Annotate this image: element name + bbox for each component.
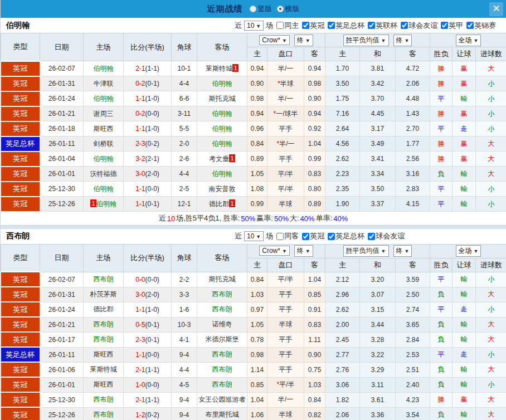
summary-segment: 40% xyxy=(333,214,348,223)
same-venue-checkbox[interactable] xyxy=(276,233,284,240)
goals-result: 大 xyxy=(476,287,506,302)
euro-away-odds: 4.72 xyxy=(396,61,430,76)
team-name-text: 伯明翰 xyxy=(212,110,232,118)
league-filter-checkbox-item[interactable]: 英冠 xyxy=(302,231,324,241)
same-venue-checkbox-item[interactable]: 同客 xyxy=(276,231,299,241)
league-filter-checkbox-item[interactable]: 英锦赛 xyxy=(466,21,496,31)
odds-time-select[interactable]: 终▼ xyxy=(294,35,313,46)
corners-cell: 4-5 xyxy=(172,377,197,392)
euro-away-odds: 2.83 xyxy=(396,182,430,197)
euro-draw-odds: 3.20 xyxy=(360,272,396,287)
radio-selected-icon[interactable] xyxy=(277,6,284,12)
horizontal-mode-option[interactable]: 横版 xyxy=(277,4,300,14)
league-filter-checkbox[interactable] xyxy=(328,233,335,240)
league-filter-checkbox-item[interactable]: 英足总杯 xyxy=(328,21,364,31)
same-venue-checkbox-item[interactable]: 同主 xyxy=(276,21,299,31)
odds-time-select[interactable]: 终▼ xyxy=(393,35,412,46)
wdl-average-select[interactable]: 胜平负均值▼ xyxy=(343,35,389,46)
league-filter-checkbox[interactable] xyxy=(368,22,375,29)
column-header: 客场 xyxy=(197,33,247,61)
bookmaker-select[interactable]: Crow*▼ xyxy=(259,246,290,256)
goals-result: 小 xyxy=(476,91,506,106)
summary-segment: 场,胜5平4负1, 胜率: xyxy=(176,213,240,223)
goals-result: 大 xyxy=(476,152,506,167)
home-team-cell: 伯明翰 xyxy=(84,152,124,167)
league-filter-checkbox[interactable] xyxy=(302,22,309,29)
league-filter-checkbox[interactable] xyxy=(328,22,335,29)
away-odds-cell: 0.85 xyxy=(304,287,325,302)
odds-time-select[interactable]: 终▼ xyxy=(393,245,412,257)
fulltime-score: 0-2 xyxy=(135,110,145,118)
period-select[interactable]: 全场▼ xyxy=(456,245,481,257)
wdl-result: 平 xyxy=(430,197,453,212)
halftime-score: (0-0) xyxy=(145,351,159,359)
period-select[interactable]: 全场▼ xyxy=(456,35,481,46)
column-subheader: 和 xyxy=(360,258,396,272)
match-date: 26-02-07 xyxy=(40,272,84,287)
goals-result: 大 xyxy=(476,61,506,76)
fulltime-score: 1-2 xyxy=(135,411,145,419)
wdl-average-select[interactable]: 胜平负均值▼ xyxy=(343,245,389,257)
column-header: 日期 xyxy=(40,33,84,61)
away-team-cell: 米德尔斯堡 xyxy=(197,332,247,347)
league-filter-checkbox[interactable] xyxy=(368,233,375,240)
league-filter-checkbox[interactable] xyxy=(466,22,474,29)
radio-unselected-icon[interactable] xyxy=(250,6,256,12)
team-name-text: 西布朗 xyxy=(212,365,232,373)
euro-home-odds: 3.50 xyxy=(325,76,360,91)
team-name-text: 斯旺西 xyxy=(94,380,114,388)
league-filter-checkbox-item[interactable]: 英联杯 xyxy=(368,21,397,31)
score-cell: 3-0(2-0) xyxy=(124,167,172,182)
league-filter-checkbox[interactable] xyxy=(302,233,309,240)
home-odds-cell: 1.03 xyxy=(247,287,267,302)
summary-segment: 大: xyxy=(290,213,299,223)
match-row: 英冠26-01-21谢周三0-2(0-0)3-11伯明翰0.94*一/球半0.9… xyxy=(1,106,506,121)
competition-badge: 英冠 xyxy=(1,287,40,302)
handicap-result: 輸 xyxy=(453,317,476,332)
league-filter-checkbox-item[interactable]: 英足总杯 xyxy=(328,231,364,241)
euro-home-odds: 2.62 xyxy=(325,152,360,167)
odds-time-select[interactable]: 终▼ xyxy=(294,245,313,257)
close-icon[interactable]: ✕ xyxy=(489,2,503,16)
wdl-result: 勝 xyxy=(430,392,453,407)
away-odds-cell: 0.82 xyxy=(304,407,325,420)
score-cell: 1-1(1-0) xyxy=(124,91,172,106)
score-cell: 3-0(2-0) xyxy=(124,287,172,302)
league-filter-checkbox-item[interactable]: 英冠 xyxy=(302,21,324,31)
recent-count-select[interactable]: 10▼ xyxy=(244,21,264,31)
handicap-result: 赢 xyxy=(453,61,476,76)
fulltime-score: 1-1 xyxy=(135,95,145,102)
away-odds-cell: 0.90 xyxy=(304,347,325,362)
vertical-mode-option[interactable]: 竖版 xyxy=(250,4,273,14)
team-name-text: 西布朗 xyxy=(94,411,114,418)
league-filter-checkbox[interactable] xyxy=(441,22,448,29)
team-name-text: 西布朗 xyxy=(212,350,232,358)
handicap-cell: 平/半 xyxy=(267,182,304,197)
europe-avg-group-header: 胜平负均值▼终▼ xyxy=(325,33,430,47)
fulltime-score: 1-1 xyxy=(135,125,145,133)
match-date: 25-12-30 xyxy=(40,392,84,407)
league-filter-checkbox-item[interactable]: 球会友谊 xyxy=(368,231,405,241)
team-name-text: 西布朗 xyxy=(212,305,232,313)
team-name-text: 伯明翰 xyxy=(94,65,114,72)
home-odds-cell: 0.94 xyxy=(247,106,267,121)
handicap-cell: 平/半 xyxy=(267,272,304,287)
euro-home-odds: 1.90 xyxy=(325,197,360,212)
filter-controls: 近 10▼ 场 同客英冠英足总杯球会友谊 xyxy=(235,231,405,241)
league-filter-checkbox[interactable] xyxy=(401,22,408,29)
away-team-cell: 南安普敦 xyxy=(197,182,247,197)
league-filter-checkbox-item[interactable]: 球会友谊 xyxy=(401,21,437,31)
crow-odds-group-header: Crow*▼终▼ xyxy=(247,33,325,47)
bookmaker-select[interactable]: Crow*▼ xyxy=(259,35,290,45)
home-team-cell: 西布朗 xyxy=(84,332,124,347)
same-venue-checkbox[interactable] xyxy=(276,22,284,29)
league-filter-checkbox-item[interactable]: 英甲 xyxy=(441,21,463,31)
match-row: 英冠26-01-24德比郡1-1(1-0)1-6西布朗0.97平手0.912.6… xyxy=(1,302,506,317)
team-name-text: 米德尔斯堡 xyxy=(206,335,239,343)
euro-home-odds: 1.82 xyxy=(325,392,360,407)
recent-count-select[interactable]: 10▼ xyxy=(244,231,264,241)
column-subheader: 进球数 xyxy=(476,258,506,272)
goals-result: 大 xyxy=(476,362,506,377)
goals-result: 大 xyxy=(476,317,506,332)
away-odds-cell: 0.75 xyxy=(304,362,325,377)
